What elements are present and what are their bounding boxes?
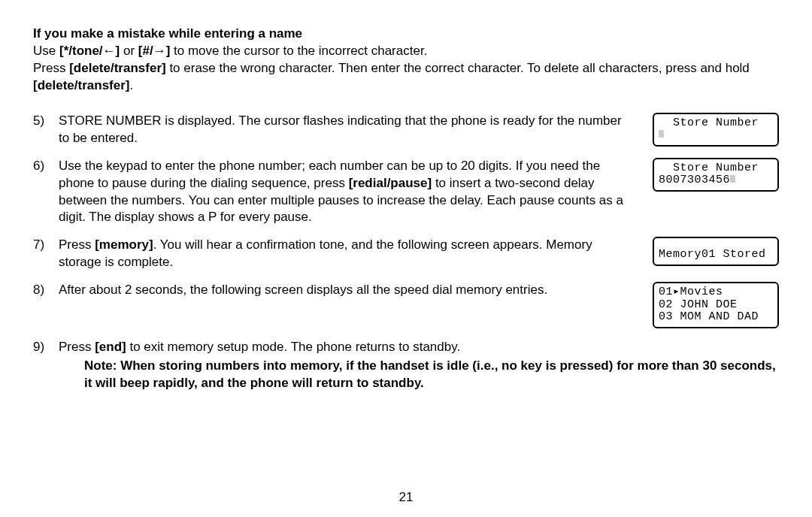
lcd-line2: 8007303456: [659, 174, 773, 187]
step-body: After about 2 seconds, the following scr…: [59, 282, 638, 299]
key-memory: [memory]: [95, 237, 153, 252]
key-delete-transfer: [delete/transfer]: [33, 78, 129, 92]
text: to exit memory setup mode. The phone ret…: [126, 340, 460, 354]
step-body: STORE NUMBER is displayed. The cursor fl…: [59, 113, 638, 147]
text: to erase the wrong character. Then enter…: [166, 61, 750, 75]
key-star-tone-left: [*/tone/←]: [59, 44, 120, 58]
lcd-screen-store-number-filled: Store Number 8007303456: [653, 158, 779, 192]
step-body: Press [end] to exit memory setup mode. T…: [59, 339, 779, 356]
key-delete-transfer: [delete/transfer]: [69, 61, 165, 75]
key-redial-pause: [redial/pause]: [349, 176, 432, 190]
note: Note: When storing numbers into memory, …: [33, 358, 779, 392]
intro-line1: Use [*/tone/←] or [#/→] to move the curs…: [33, 43, 779, 60]
text: or: [120, 44, 138, 58]
text: to move the cursor to the incorrect char…: [170, 44, 427, 58]
step-number: 9): [33, 339, 59, 356]
step-5: 5) STORE NUMBER is displayed. The cursor…: [33, 113, 779, 147]
note-text: Note: When storing numbers into memory, …: [84, 358, 776, 390]
text: Use: [33, 44, 59, 58]
step-number: 7): [33, 237, 59, 254]
lcd-screen-memory-stored: Memory01 Stored: [653, 237, 779, 266]
step-7: 7) Press [memory]. You will hear a confi…: [33, 237, 779, 271]
step-body: Use the keypad to enter the phone number…: [59, 158, 638, 227]
page-number: 21: [0, 489, 812, 506]
lcd-line2: [659, 129, 773, 142]
step-number: 5): [33, 113, 59, 130]
lcd-line1: Store Number: [659, 162, 773, 175]
lcd-line1: Store Number: [659, 117, 773, 130]
step-9: 9) Press [end] to exit memory setup mode…: [33, 339, 779, 356]
step-8: 8) After about 2 seconds, the following …: [33, 282, 779, 328]
text: .: [129, 78, 133, 92]
lcd-line3: 03 MOM AND DAD: [659, 311, 773, 324]
text: Press: [33, 61, 69, 75]
key-end: [end]: [95, 340, 126, 354]
lcd-line2: 02 JOHN DOE: [659, 299, 773, 312]
text: Press: [59, 237, 95, 252]
lcd-screen-memory-list: 01▸Movies 02 JOHN DOE 03 MOM AND DAD: [653, 282, 779, 328]
intro-section: If you make a mistake while entering a n…: [33, 26, 779, 95]
lcd-screen-store-number-empty: Store Number: [653, 113, 779, 147]
step-body: Press [memory]. You will hear a confirma…: [59, 237, 638, 271]
text: Press: [59, 340, 95, 354]
key-hash-right: [#/→]: [138, 44, 171, 58]
step-6: 6) Use the keypad to enter the phone num…: [33, 158, 779, 227]
intro-heading: If you make a mistake while entering a n…: [33, 26, 302, 41]
lcd-line1: Memory01 Stored: [659, 249, 773, 262]
step-number: 8): [33, 282, 59, 299]
step-number: 6): [33, 158, 59, 175]
cursor-icon: [659, 130, 664, 138]
step-list: 5) STORE NUMBER is displayed. The cursor…: [33, 113, 779, 356]
lcd-line1: 01▸Movies: [659, 286, 773, 299]
manual-page: If you make a mistake while entering a n…: [0, 0, 812, 517]
intro-line2: Press [delete/transfer] to erase the wro…: [33, 60, 779, 95]
cursor-icon: [730, 175, 735, 183]
